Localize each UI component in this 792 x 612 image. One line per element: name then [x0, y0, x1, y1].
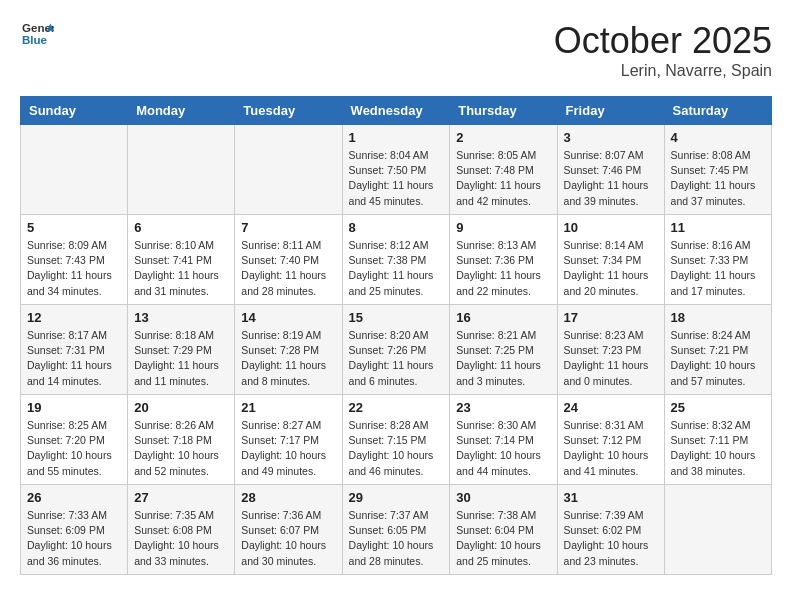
day-number: 16: [456, 310, 550, 325]
day-info: Sunrise: 8:16 AMSunset: 7:33 PMDaylight:…: [671, 238, 765, 299]
day-cell: 30Sunrise: 7:38 AMSunset: 6:04 PMDayligh…: [450, 485, 557, 575]
day-cell: 28Sunrise: 7:36 AMSunset: 6:07 PMDayligh…: [235, 485, 342, 575]
weekday-header-row: SundayMondayTuesdayWednesdayThursdayFrid…: [21, 97, 772, 125]
day-cell: 18Sunrise: 8:24 AMSunset: 7:21 PMDayligh…: [664, 305, 771, 395]
day-cell: 17Sunrise: 8:23 AMSunset: 7:23 PMDayligh…: [557, 305, 664, 395]
day-number: 4: [671, 130, 765, 145]
day-number: 3: [564, 130, 658, 145]
day-cell: 19Sunrise: 8:25 AMSunset: 7:20 PMDayligh…: [21, 395, 128, 485]
day-cell: [128, 125, 235, 215]
day-number: 13: [134, 310, 228, 325]
day-info: Sunrise: 7:33 AMSunset: 6:09 PMDaylight:…: [27, 508, 121, 569]
day-cell: 21Sunrise: 8:27 AMSunset: 7:17 PMDayligh…: [235, 395, 342, 485]
day-cell: 31Sunrise: 7:39 AMSunset: 6:02 PMDayligh…: [557, 485, 664, 575]
day-cell: 27Sunrise: 7:35 AMSunset: 6:08 PMDayligh…: [128, 485, 235, 575]
day-cell: 22Sunrise: 8:28 AMSunset: 7:15 PMDayligh…: [342, 395, 450, 485]
day-cell: 9Sunrise: 8:13 AMSunset: 7:36 PMDaylight…: [450, 215, 557, 305]
weekday-header-tuesday: Tuesday: [235, 97, 342, 125]
day-cell: 12Sunrise: 8:17 AMSunset: 7:31 PMDayligh…: [21, 305, 128, 395]
day-cell: [664, 485, 771, 575]
page-header: General Blue October 2025 Lerin, Navarre…: [20, 20, 772, 80]
day-number: 2: [456, 130, 550, 145]
day-info: Sunrise: 8:30 AMSunset: 7:14 PMDaylight:…: [456, 418, 550, 479]
calendar-table: SundayMondayTuesdayWednesdayThursdayFrid…: [20, 96, 772, 575]
day-number: 27: [134, 490, 228, 505]
day-number: 9: [456, 220, 550, 235]
day-cell: [21, 125, 128, 215]
day-number: 11: [671, 220, 765, 235]
day-number: 17: [564, 310, 658, 325]
day-number: 7: [241, 220, 335, 235]
day-number: 19: [27, 400, 121, 415]
day-cell: [235, 125, 342, 215]
day-info: Sunrise: 7:35 AMSunset: 6:08 PMDaylight:…: [134, 508, 228, 569]
day-number: 26: [27, 490, 121, 505]
day-info: Sunrise: 8:07 AMSunset: 7:46 PMDaylight:…: [564, 148, 658, 209]
day-number: 6: [134, 220, 228, 235]
weekday-header-saturday: Saturday: [664, 97, 771, 125]
day-info: Sunrise: 8:20 AMSunset: 7:26 PMDaylight:…: [349, 328, 444, 389]
day-info: Sunrise: 8:09 AMSunset: 7:43 PMDaylight:…: [27, 238, 121, 299]
title-block: October 2025 Lerin, Navarre, Spain: [554, 20, 772, 80]
day-cell: 6Sunrise: 8:10 AMSunset: 7:41 PMDaylight…: [128, 215, 235, 305]
location: Lerin, Navarre, Spain: [554, 62, 772, 80]
logo-icon: General Blue: [22, 20, 54, 52]
weekday-header-sunday: Sunday: [21, 97, 128, 125]
day-info: Sunrise: 8:11 AMSunset: 7:40 PMDaylight:…: [241, 238, 335, 299]
day-number: 29: [349, 490, 444, 505]
day-info: Sunrise: 8:14 AMSunset: 7:34 PMDaylight:…: [564, 238, 658, 299]
day-info: Sunrise: 8:26 AMSunset: 7:18 PMDaylight:…: [134, 418, 228, 479]
day-cell: 7Sunrise: 8:11 AMSunset: 7:40 PMDaylight…: [235, 215, 342, 305]
day-number: 30: [456, 490, 550, 505]
day-cell: 11Sunrise: 8:16 AMSunset: 7:33 PMDayligh…: [664, 215, 771, 305]
weekday-header-monday: Monday: [128, 97, 235, 125]
day-number: 24: [564, 400, 658, 415]
day-cell: 23Sunrise: 8:30 AMSunset: 7:14 PMDayligh…: [450, 395, 557, 485]
day-info: Sunrise: 8:27 AMSunset: 7:17 PMDaylight:…: [241, 418, 335, 479]
day-info: Sunrise: 8:23 AMSunset: 7:23 PMDaylight:…: [564, 328, 658, 389]
week-row-3: 12Sunrise: 8:17 AMSunset: 7:31 PMDayligh…: [21, 305, 772, 395]
logo: General Blue: [20, 20, 54, 52]
day-cell: 25Sunrise: 8:32 AMSunset: 7:11 PMDayligh…: [664, 395, 771, 485]
day-number: 10: [564, 220, 658, 235]
day-number: 21: [241, 400, 335, 415]
day-cell: 15Sunrise: 8:20 AMSunset: 7:26 PMDayligh…: [342, 305, 450, 395]
day-number: 28: [241, 490, 335, 505]
day-cell: 8Sunrise: 8:12 AMSunset: 7:38 PMDaylight…: [342, 215, 450, 305]
day-number: 25: [671, 400, 765, 415]
day-info: Sunrise: 7:36 AMSunset: 6:07 PMDaylight:…: [241, 508, 335, 569]
day-info: Sunrise: 8:19 AMSunset: 7:28 PMDaylight:…: [241, 328, 335, 389]
day-cell: 14Sunrise: 8:19 AMSunset: 7:28 PMDayligh…: [235, 305, 342, 395]
day-cell: 4Sunrise: 8:08 AMSunset: 7:45 PMDaylight…: [664, 125, 771, 215]
day-info: Sunrise: 8:08 AMSunset: 7:45 PMDaylight:…: [671, 148, 765, 209]
day-cell: 26Sunrise: 7:33 AMSunset: 6:09 PMDayligh…: [21, 485, 128, 575]
week-row-5: 26Sunrise: 7:33 AMSunset: 6:09 PMDayligh…: [21, 485, 772, 575]
day-cell: 10Sunrise: 8:14 AMSunset: 7:34 PMDayligh…: [557, 215, 664, 305]
weekday-header-friday: Friday: [557, 97, 664, 125]
day-number: 18: [671, 310, 765, 325]
day-number: 5: [27, 220, 121, 235]
svg-text:Blue: Blue: [22, 34, 48, 46]
day-info: Sunrise: 7:37 AMSunset: 6:05 PMDaylight:…: [349, 508, 444, 569]
day-info: Sunrise: 8:10 AMSunset: 7:41 PMDaylight:…: [134, 238, 228, 299]
day-info: Sunrise: 8:25 AMSunset: 7:20 PMDaylight:…: [27, 418, 121, 479]
day-info: Sunrise: 7:39 AMSunset: 6:02 PMDaylight:…: [564, 508, 658, 569]
day-number: 8: [349, 220, 444, 235]
day-cell: 29Sunrise: 7:37 AMSunset: 6:05 PMDayligh…: [342, 485, 450, 575]
day-number: 31: [564, 490, 658, 505]
week-row-4: 19Sunrise: 8:25 AMSunset: 7:20 PMDayligh…: [21, 395, 772, 485]
day-number: 15: [349, 310, 444, 325]
day-info: Sunrise: 8:12 AMSunset: 7:38 PMDaylight:…: [349, 238, 444, 299]
day-number: 22: [349, 400, 444, 415]
day-cell: 16Sunrise: 8:21 AMSunset: 7:25 PMDayligh…: [450, 305, 557, 395]
day-number: 12: [27, 310, 121, 325]
day-number: 20: [134, 400, 228, 415]
day-cell: 20Sunrise: 8:26 AMSunset: 7:18 PMDayligh…: [128, 395, 235, 485]
day-cell: 5Sunrise: 8:09 AMSunset: 7:43 PMDaylight…: [21, 215, 128, 305]
day-info: Sunrise: 8:21 AMSunset: 7:25 PMDaylight:…: [456, 328, 550, 389]
day-info: Sunrise: 8:32 AMSunset: 7:11 PMDaylight:…: [671, 418, 765, 479]
week-row-1: 1Sunrise: 8:04 AMSunset: 7:50 PMDaylight…: [21, 125, 772, 215]
day-info: Sunrise: 8:13 AMSunset: 7:36 PMDaylight:…: [456, 238, 550, 299]
day-info: Sunrise: 8:18 AMSunset: 7:29 PMDaylight:…: [134, 328, 228, 389]
day-cell: 1Sunrise: 8:04 AMSunset: 7:50 PMDaylight…: [342, 125, 450, 215]
